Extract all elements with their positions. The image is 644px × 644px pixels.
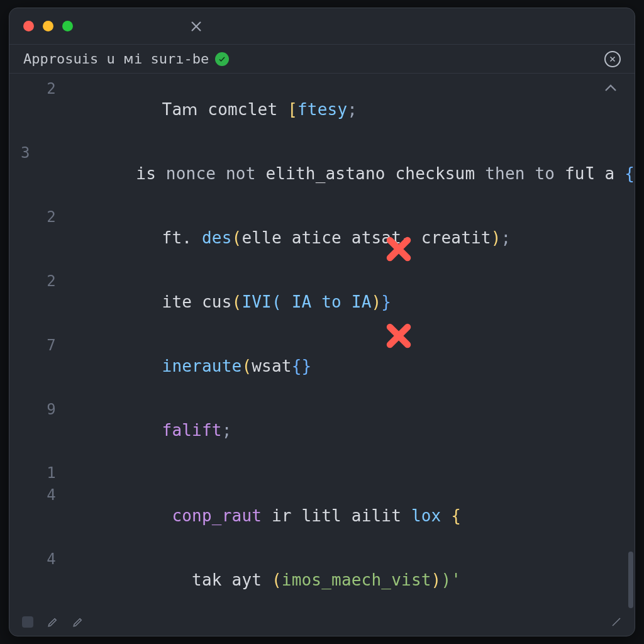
code-line: 1 <box>9 462 635 484</box>
code-line: 4 tak ayt (imos_maech_vist))' <box>9 548 635 608</box>
editor-window: Approsuis u ᴍi surı-be 2 Taⅿ comclet [ft… <box>9 8 635 636</box>
dismiss-button[interactable] <box>604 51 621 67</box>
line-number: 1 <box>9 462 62 484</box>
pencil-icon[interactable] <box>72 616 84 628</box>
code-line: 2 Taⅿ comclet [ftesy; <box>9 77 635 142</box>
line-number: 2 <box>9 206 62 228</box>
traffic-lights <box>23 21 73 31</box>
code-line: 4 conp_raut ir litl ailit lox { <box>9 484 635 548</box>
code-lines: 2 Taⅿ comclet [ftesy; 3 is nonce not eli… <box>9 77 635 608</box>
error-marker-icon[interactable] <box>386 323 412 352</box>
line-number: 3 <box>9 142 36 164</box>
line-number: 4 <box>9 484 62 506</box>
line-number: 9 <box>9 399 62 420</box>
collapse-icon[interactable] <box>603 81 618 99</box>
code-line: 7 ineraute(wsat{} <box>9 334 635 398</box>
scrollbar-thumb[interactable] <box>628 552 633 608</box>
status-indicator[interactable] <box>22 616 33 628</box>
code-editor[interactable]: 2 Taⅿ comclet [ftesy; 3 is nonce not eli… <box>9 74 635 608</box>
code-line: 9 falift; <box>9 398 635 462</box>
code-line: 3 is nonce not elith_astano checksum the… <box>9 142 635 206</box>
line-number: 2 <box>9 78 62 99</box>
error-marker-icon[interactable] <box>386 236 412 265</box>
line-number: 4 <box>9 548 62 570</box>
window-close-dot[interactable] <box>23 21 34 31</box>
code-line: 2 ite cus(IVI( IA to IA)} <box>9 270 635 334</box>
status-bar <box>9 608 635 636</box>
window-minimize-dot[interactable] <box>43 21 53 31</box>
file-path-text: Approsuis u ᴍi surı-be <box>23 51 209 67</box>
titlebar <box>9 8 635 45</box>
status-ok-icon <box>215 52 229 66</box>
line-number: 7 <box>9 335 62 356</box>
line-number: 2 <box>9 270 62 292</box>
code-line: 2 ft. des(elle atice atsat- creatit); <box>9 206 635 270</box>
tab-close-button[interactable] <box>189 19 203 33</box>
pencil-icon[interactable] <box>47 616 58 628</box>
edit-icon[interactable] <box>611 616 622 628</box>
window-zoom-dot[interactable] <box>62 21 73 31</box>
file-info-bar: Approsuis u ᴍi surı-be <box>9 45 635 74</box>
